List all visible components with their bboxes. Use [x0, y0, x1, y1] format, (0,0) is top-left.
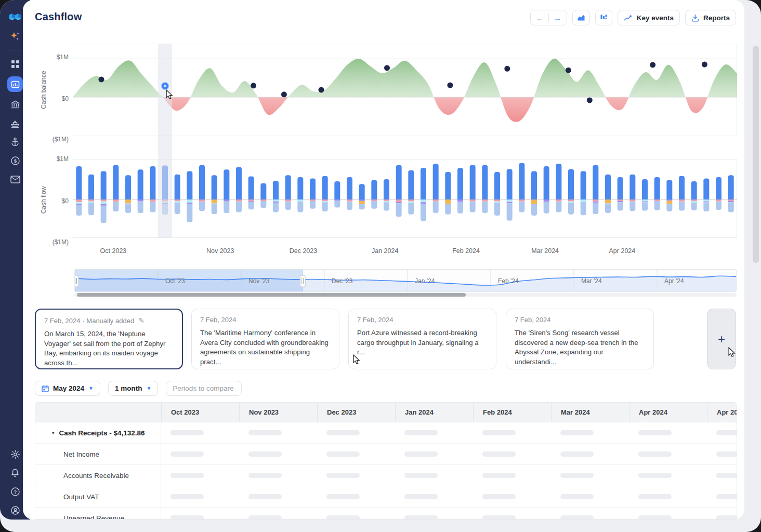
table-value-cell	[473, 422, 551, 443]
table-row[interactable]: Net Income	[35, 443, 737, 464]
row-label: Unearned Revenue	[45, 514, 124, 520]
table-value-cell	[551, 465, 629, 486]
balance-axis-title: Cash balance	[40, 65, 47, 115]
table-value-cell	[707, 486, 737, 507]
flow-month-label: Dec 2023	[290, 247, 318, 255]
svg-text:$: $	[14, 158, 17, 164]
chevron-down-icon: ▼	[88, 385, 94, 391]
nav-divider	[548, 14, 549, 22]
loading-skeleton	[404, 494, 438, 499]
loading-skeleton	[638, 515, 672, 520]
forward-button[interactable]: →	[554, 14, 561, 22]
table-value-cell	[473, 486, 551, 507]
key-event-dot[interactable]	[281, 91, 287, 97]
table-row[interactable]: Accounts Receivable	[35, 464, 737, 486]
event-card-date: 7 Feb, 2024 · Manually added ✎	[44, 316, 174, 325]
row-label: Net Income	[45, 450, 99, 458]
apps-grid-icon	[11, 60, 20, 69]
periods-to-compare-input[interactable]	[166, 381, 242, 396]
table-value-cell	[629, 508, 707, 520]
key-event-dot[interactable]	[98, 76, 104, 82]
key-event-dot[interactable]	[251, 83, 256, 88]
reports-label: Reports	[703, 14, 730, 22]
key-event-dot[interactable]	[384, 65, 390, 71]
back-button[interactable]: ←	[536, 14, 544, 22]
plus-icon: +	[718, 332, 725, 347]
key-event-dot[interactable]	[702, 62, 707, 68]
key-event-dot[interactable]	[587, 97, 593, 103]
event-card-body: On March 15, 2024, the 'Neptune Voyager'…	[44, 329, 174, 368]
key-event-dot[interactable]	[447, 83, 453, 88]
table-value-cell	[395, 444, 473, 464]
flow-month-label: Apr 2024	[609, 247, 636, 255]
cash-flow-chart[interactable]	[73, 159, 737, 238]
timeline-minimap[interactable]: Oct '23Nov '23Dec '23Jan '24Feb '24Mar '…	[74, 269, 737, 292]
table-value-cell	[239, 444, 317, 464]
table-row[interactable]: ▾Cash Receipts - $4,132.86	[35, 422, 737, 443]
dollar-circle-icon: $	[10, 156, 20, 166]
selected-event-dot[interactable]	[161, 82, 169, 90]
table-value-cell	[161, 508, 239, 520]
table-row[interactable]: Output VAT	[35, 486, 737, 507]
flow-month-label: Nov 2023	[206, 247, 234, 255]
row-label-cell[interactable]: ▾Cash Receipts - $4,132.86	[35, 422, 161, 443]
loading-skeleton	[248, 494, 282, 499]
loading-skeleton	[560, 473, 594, 478]
add-event-button[interactable]: +	[707, 309, 736, 369]
row-label-cell: Unearned Revenue	[35, 508, 161, 520]
help-icon: ?	[10, 487, 20, 497]
loading-skeleton	[404, 430, 438, 435]
loading-skeleton	[482, 494, 516, 499]
table-value-cell	[161, 465, 239, 486]
bar-chart-toggle-button[interactable]	[595, 10, 612, 25]
event-card[interactable]: 7 Feb, 2024 The 'Siren's Song' research …	[506, 309, 654, 369]
timeline-drag-handle[interactable]	[74, 275, 78, 287]
table-value-cell	[707, 444, 737, 464]
loading-skeleton	[326, 515, 360, 520]
table-row[interactable]: Unearned Revenue	[35, 507, 737, 520]
table-value-cell	[395, 422, 473, 443]
selected-period-band[interactable]	[158, 44, 172, 238]
cashflow-table: Oct 2023Nov 2023Dec 2023Jan 2024Feb 2024…	[35, 402, 737, 520]
key-event-dot[interactable]	[650, 62, 655, 68]
reports-button[interactable]: Reports	[685, 10, 736, 25]
event-card-date: 7 Feb, 2024	[357, 316, 488, 324]
table-value-cell	[395, 508, 473, 520]
key-events-button[interactable]: Key events	[618, 10, 680, 25]
table-value-cell	[707, 465, 737, 486]
flow-month-label: Oct 2023	[100, 247, 127, 255]
timeline-month-label: Apr '24	[664, 277, 684, 285]
ship-icon	[10, 118, 20, 128]
table-value-cell	[473, 465, 551, 486]
timeline-drag-handle[interactable]	[300, 275, 305, 287]
key-event-dot[interactable]	[504, 66, 510, 72]
main-panel: Cashflow ← →	[23, 0, 744, 520]
loading-skeleton	[404, 451, 438, 457]
table-header-empty	[35, 403, 161, 422]
loading-skeleton	[560, 515, 594, 520]
event-card[interactable]: 7 Feb, 2024 The 'Maritime Harmony' confe…	[191, 309, 339, 369]
key-event-dot[interactable]	[318, 87, 324, 92]
key-event-dot[interactable]	[566, 68, 571, 73]
granularity-select[interactable]: 1 month ▼	[108, 381, 158, 396]
event-card-selected[interactable]: 7 Feb, 2024 · Manually added ✎ On March …	[35, 309, 183, 369]
flow-ytick-1m: $1M	[37, 155, 69, 163]
event-card[interactable]: 7 Feb, 2024 Port Azure witnessed a recor…	[348, 309, 496, 369]
edit-pencil-icon[interactable]: ✎	[138, 316, 145, 325]
table-value-cell	[161, 422, 239, 443]
cash-balance-chart[interactable]	[73, 44, 737, 136]
table-header-month: Oct 2023	[161, 403, 239, 422]
area-chart-toggle-button[interactable]	[572, 10, 590, 25]
table-value-cell	[395, 465, 473, 486]
vertical-scrollbar-thumb[interactable]	[753, 46, 759, 263]
collapse-caret-icon[interactable]: ▾	[52, 430, 55, 435]
event-card-body: Port Azure witnessed a record-breaking c…	[357, 328, 488, 357]
timeline-month-label: Jan '24	[415, 277, 435, 285]
loading-skeleton	[404, 473, 438, 478]
chevron-down-icon: ▼	[146, 385, 151, 391]
period-select[interactable]: May 2024 ▼	[35, 381, 100, 396]
table-value-cell	[629, 465, 707, 486]
row-label: ▾Cash Receipts - $4,132.86	[45, 429, 145, 437]
horizontal-scrollbar-thumb[interactable]	[77, 293, 466, 297]
loading-skeleton	[326, 494, 360, 499]
